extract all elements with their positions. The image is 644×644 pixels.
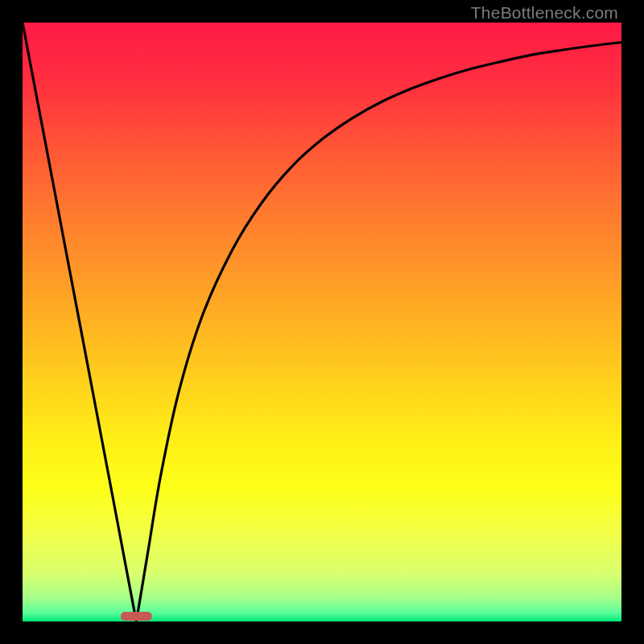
watermark-text: TheBottleneck.com (471, 3, 618, 23)
bottleneck-chart (23, 23, 621, 621)
gradient-background (23, 23, 621, 621)
chart-frame (23, 23, 621, 621)
optimum-marker (121, 612, 152, 621)
